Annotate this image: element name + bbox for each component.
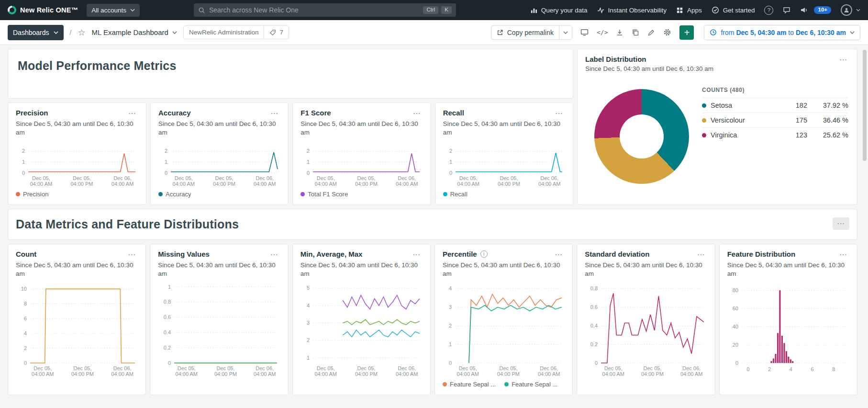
edit-button[interactable]	[647, 29, 655, 36]
widget-title: Count	[16, 250, 36, 258]
feedback-button[interactable]	[783, 6, 790, 14]
brand-text: New Relic ONE™	[20, 6, 78, 14]
svg-text:Dec 05,04:00 AM: Dec 05,04:00 AM	[173, 175, 195, 186]
widget-title: Missing Values	[158, 250, 210, 258]
svg-text:Dec 05,04:00 PM: Dec 05,04:00 PM	[641, 365, 664, 376]
get-started-label: Get started	[723, 7, 755, 14]
query-your-data-link[interactable]: Query your data	[530, 7, 588, 14]
help-icon[interactable]: ?	[764, 6, 773, 15]
chart-legend	[158, 379, 280, 389]
legend-label[interactable]: Feature Sepal ...	[512, 381, 557, 388]
svg-text:0.4: 0.4	[164, 329, 171, 335]
svg-text:1: 1	[449, 159, 452, 165]
apps-link[interactable]: Apps	[676, 7, 702, 14]
widget-menu-button[interactable]: ⋯	[268, 109, 280, 118]
markdown-heading-widget: Model Performance Metrics	[8, 49, 573, 99]
duplicate-button[interactable]	[632, 29, 639, 36]
feature-distribution-histogram: 02040608002468	[727, 280, 849, 376]
chevron-down-icon	[850, 31, 855, 34]
dashboard-name-dropdown[interactable]: ML Example Dashboard	[92, 28, 177, 36]
legend-label[interactable]: Feature Sepal ...	[450, 381, 496, 388]
svg-text:Dec 06,04:00 AM: Dec 06,04:00 AM	[254, 175, 276, 186]
instant-observability-link[interactable]: Instant Observability	[597, 7, 667, 14]
widget-title: Standard deviation	[585, 250, 649, 258]
widget-menu-button[interactable]: ⋯	[411, 109, 423, 118]
accounts-dropdown[interactable]: All accounts	[87, 4, 140, 17]
dashboards-dropdown[interactable]: Dashboards	[8, 25, 64, 40]
table-row[interactable]: Setosa 182 37.92 %	[702, 98, 848, 113]
chevron-down-icon	[856, 9, 860, 11]
svg-text:5: 5	[307, 285, 310, 291]
chevron-down-icon	[54, 31, 58, 34]
svg-text:Dec 05,04:00 PM: Dec 05,04:00 PM	[355, 175, 378, 186]
tv-mode-button[interactable]	[580, 28, 589, 36]
info-icon[interactable]: i	[480, 250, 488, 258]
widget-title: Min, Average, Max	[300, 250, 363, 258]
legend-dot	[443, 382, 447, 386]
widget-subtitle: Since Dec 5, 04:30 am until Dec 6, 10:30…	[300, 120, 423, 137]
widget-menu-button[interactable]: ⋯	[553, 250, 565, 260]
whats-new-button[interactable]: 10+	[800, 6, 831, 14]
permalink-dropdown[interactable]	[559, 26, 572, 39]
legend-label[interactable]: Accuracy	[166, 191, 191, 198]
new-relic-brand[interactable]: New Relic ONE™	[8, 6, 78, 14]
legend-label[interactable]: Total F1 Score	[308, 191, 348, 198]
favorite-star-icon[interactable]: ☆	[78, 28, 85, 37]
view-query-button[interactable]: </>	[597, 29, 608, 36]
widget-menu-button[interactable]: ⋯	[411, 250, 423, 260]
table-row[interactable]: Versicolour 175 36.46 %	[702, 113, 848, 127]
search-input[interactable]	[209, 6, 420, 14]
widget-menu-button[interactable]: ⋯	[837, 250, 849, 260]
vertical-scrollbar[interactable]	[863, 50, 867, 161]
widget-subtitle: Since Dec 5, 04:30 am until Dec 6, 10:30…	[443, 261, 565, 278]
tag-icon	[269, 29, 276, 36]
section-heading: Data Metrics and Feature Distributions	[16, 217, 239, 231]
download-button[interactable]	[616, 29, 623, 36]
copy-permalink-button[interactable]: Copy permalink	[491, 25, 572, 40]
legend-label[interactable]: Precision	[23, 191, 48, 198]
time-range-text: from Dec 5, 04:30 am to Dec 6, 10:30 am	[721, 29, 846, 36]
svg-text:0.6: 0.6	[590, 304, 598, 310]
table-row[interactable]: Virginica 123 25.62 %	[702, 127, 848, 142]
widget-subtitle: Since Dec 5, 04:30 am until Dec 6, 10:30…	[585, 65, 713, 73]
widget-menu-button[interactable]: ⋯	[833, 217, 849, 230]
widget-menu-button[interactable]: ⋯	[126, 250, 138, 260]
svg-text:2: 2	[307, 337, 310, 343]
tag-count: 7	[279, 29, 283, 36]
legend-label[interactable]: Recall	[450, 191, 467, 198]
row-label: Setosa	[711, 102, 732, 109]
widget-menu-button[interactable]: ⋯	[553, 109, 565, 118]
svg-text:Dec 05,04:00 PM: Dec 05,04:00 PM	[497, 365, 520, 376]
widget-menu-button[interactable]: ⋯	[126, 109, 138, 118]
add-widget-button[interactable]: +	[679, 25, 694, 40]
svg-text:6: 6	[24, 316, 27, 321]
time-picker[interactable]: from Dec 5, 04:30 am to Dec 6, 10:30 am	[704, 25, 860, 40]
k-key-badge: K	[441, 6, 452, 14]
legend-dot	[702, 133, 706, 137]
widget-menu-button[interactable]: ⋯	[268, 250, 280, 260]
svg-text:80: 80	[732, 287, 738, 293]
svg-text:4: 4	[449, 285, 452, 291]
svg-text:40: 40	[732, 324, 738, 329]
svg-text:1: 1	[307, 355, 310, 361]
settings-button[interactable]	[663, 28, 671, 36]
legend-dot	[702, 103, 706, 108]
row-label: Virginica	[711, 131, 737, 139]
dashboard-account-pill[interactable]: NewRelic Administration 7	[183, 25, 289, 39]
svg-text:0.6: 0.6	[164, 314, 171, 320]
svg-text:0: 0	[595, 360, 598, 366]
global-search[interactable]: Ctrl K	[194, 3, 456, 17]
new-relic-logo-icon	[8, 6, 16, 14]
instant-observability-label: Instant Observability	[608, 7, 667, 14]
min-average-max-line-chart: 12345Dec 05,04:00 AMDec 05,04:00 PMDec 0…	[300, 280, 423, 376]
feedback-bubble-icon	[783, 6, 790, 14]
widget-label-distribution: Label Distribution Since Dec 5, 04:30 am…	[577, 49, 857, 205]
get-started-link[interactable]: Get started	[712, 6, 755, 14]
user-menu[interactable]	[841, 4, 860, 16]
widget-menu-button[interactable]: ⋯	[695, 250, 707, 260]
tags-chip[interactable]: 7	[264, 26, 289, 39]
widget-menu-button[interactable]: ⋯	[837, 55, 849, 65]
precision-line-chart: 012Dec 05,04:00 AMDec 05,04:00 PMDec 06,…	[16, 145, 138, 186]
widget-min-average-max: Min, Average, Max ⋯ Since Dec 5, 04:30 a…	[292, 244, 431, 395]
svg-text:Dec 05,04:00 PM: Dec 05,04:00 PM	[213, 175, 235, 186]
